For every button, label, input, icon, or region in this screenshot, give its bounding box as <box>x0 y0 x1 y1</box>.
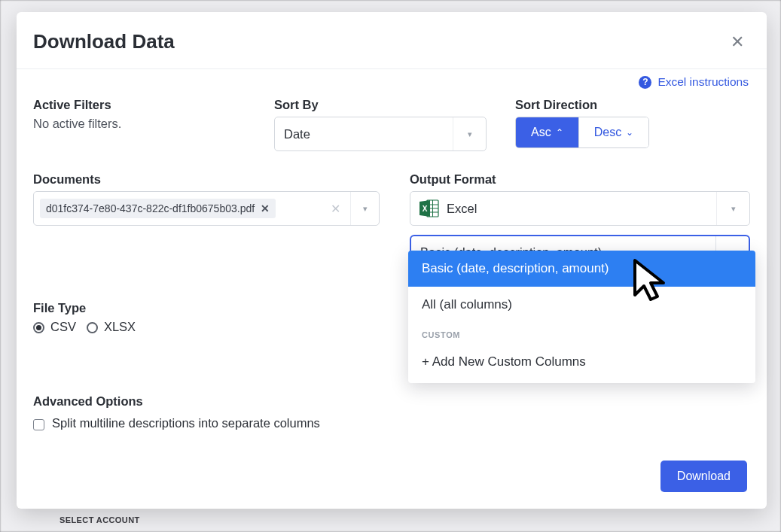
svg-text:X: X <box>423 205 428 213</box>
active-filters-label: Active Filters <box>33 98 274 112</box>
xlsx-radio[interactable] <box>87 322 98 333</box>
columns-option-add-custom[interactable]: + Add New Custom Columns <box>408 344 755 380</box>
active-filters-value: No active filters. <box>33 117 274 131</box>
help-link-text: Excel instructions <box>657 75 749 89</box>
asc-label: Asc <box>531 126 551 139</box>
modal-header: Download Data ✕ <box>17 12 767 69</box>
chevron-down-icon: ▾ <box>350 192 379 225</box>
csv-radio[interactable] <box>33 322 44 333</box>
sort-by-select[interactable]: Date ▾ <box>274 117 487 151</box>
sort-by-value: Date <box>275 127 453 141</box>
sort-direction-label: Sort Direction <box>515 98 750 112</box>
columns-option-all[interactable]: All (all columns) <box>408 287 755 323</box>
remove-tag-icon[interactable]: ✕ <box>261 202 270 214</box>
sort-by-label: Sort By <box>274 98 515 112</box>
bg-select-account-text: SELECT ACCOUNT <box>59 515 140 524</box>
columns-dropdown: Basic (date, description, amount) All (a… <box>408 251 755 383</box>
output-format-label: Output Format <box>410 172 750 187</box>
columns-option-basic[interactable]: Basic (date, description, amount) <box>408 251 755 287</box>
columns-group-custom: CUSTOM <box>408 323 755 344</box>
split-multiline-checkbox[interactable] <box>33 419 44 430</box>
chevron-down-icon: ▾ <box>716 192 749 225</box>
chevron-down-icon: ▾ <box>453 117 486 150</box>
document-tag-label: d01fc374-7e80-437c-822c-df1fb0675b03.pdf <box>46 202 255 214</box>
download-button[interactable]: Download <box>660 461 747 492</box>
clear-all-icon[interactable]: ✕ <box>320 202 350 216</box>
documents-select[interactable]: d01fc374-7e80-437c-822c-df1fb0675b03.pdf… <box>33 191 380 226</box>
excel-instructions-link[interactable]: ? Excel instructions <box>639 75 749 89</box>
caret-up-icon: ⌃ <box>556 127 563 138</box>
output-format-value: Excel <box>447 202 477 216</box>
split-multiline-label: Split multiline descriptions into separa… <box>52 416 320 430</box>
download-data-modal: Download Data ✕ ? Excel instructions Act… <box>17 12 767 509</box>
output-format-select[interactable]: X Excel ▾ <box>410 191 750 226</box>
desc-label: Desc <box>594 126 621 139</box>
sort-direction-toggle: Asc ⌃ Desc ⌄ <box>515 117 649 148</box>
xlsx-label: XLSX <box>104 320 136 334</box>
modal-body: ? Excel instructions Active Filters No a… <box>17 69 767 509</box>
close-icon[interactable]: ✕ <box>731 34 744 50</box>
question-circle-icon: ? <box>639 76 651 89</box>
modal-title: Download Data <box>33 30 175 53</box>
sort-desc-button[interactable]: Desc ⌄ <box>578 117 648 147</box>
advanced-options-label: Advanced Options <box>33 394 750 409</box>
document-tag: d01fc374-7e80-437c-822c-df1fb0675b03.pdf… <box>40 199 276 218</box>
caret-down-icon: ⌄ <box>626 127 633 138</box>
sort-asc-button[interactable]: Asc ⌃ <box>516 117 578 147</box>
excel-icon: X <box>419 199 439 217</box>
documents-label: Documents <box>33 172 410 187</box>
csv-label: CSV <box>50 320 76 334</box>
